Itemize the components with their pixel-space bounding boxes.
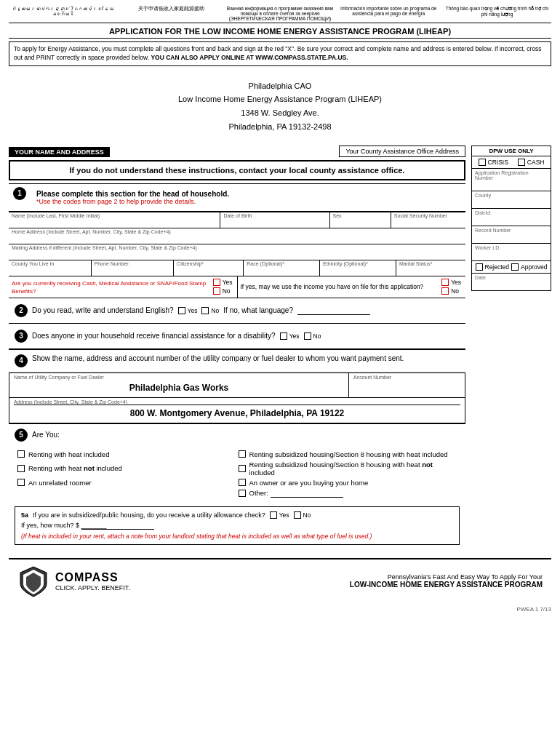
s2-yes-text: Yes [188,307,198,314]
field-race: Race (Optional)* [244,260,320,276]
s5a-yes-label[interactable]: Yes [270,511,289,519]
section5a-question: If you are in subsidized/public housing,… [33,511,265,519]
field-sex: Sex [330,212,391,228]
s5-option-4: Renting subsidized housing/Section 8 hou… [239,461,457,477]
income-no-text: No [451,287,459,295]
form-grid: Name (Include Last, First Middle Initial… [9,212,465,298]
field-phone: Phone Number: [92,260,175,276]
lang-spanish: Información importante sobre un programa… [335,6,443,21]
s5-cb-5[interactable] [17,479,25,486]
cash-no-checkbox[interactable] [213,287,220,295]
cash-yes-label[interactable]: Yes [213,279,233,286]
utility-address-value: 800 W. Montgomery Avenue, Philadelphia, … [14,405,460,421]
s5-opt4-text: Renting subsidized housing/Section 8 hou… [249,461,457,477]
s2-yes-checkbox[interactable] [178,307,185,314]
dpw-crisis-label[interactable]: CRISIS [479,159,508,166]
dpw-approved-label[interactable]: Approved [511,263,547,271]
s5a-no-text: No [303,511,311,519]
agency-name: Philadelphia CAO [9,79,551,93]
income-question: If yes, may we use the income you have o… [241,283,438,290]
s5-option-6: An owner or are you buying your home [239,479,457,487]
field-name: Name (Include Last, First Middle Initial… [9,212,220,228]
instruction-banner: If you do not understand these instructi… [9,160,465,180]
section5a-label: 5a [21,511,28,519]
s3-no-checkbox[interactable] [304,332,311,340]
s5-cb-6[interactable] [239,479,246,486]
dpw-cash-checkbox[interactable] [518,159,525,166]
section5a-amount-field[interactable]: _______ [81,522,154,530]
s5-opt1-text: Renting with heat included [28,450,109,458]
lang-khmer: ជំនួយសម្រាប់ការទូទាត់វិក្កយប័ត្រ ថ្លៃអគ្… [9,6,117,21]
income-yes-text: Yes [451,279,461,286]
s3-yes-checkbox[interactable] [280,332,287,340]
section5a-note: (If heat is included in your rent, attac… [21,533,453,540]
section5a-box: 5a If you are in subsidized/public housi… [15,506,460,545]
s5a-yes-text: Yes [279,511,289,519]
dpw-date: Date [472,274,551,290]
dpw-app-reg: Application Registration Number [472,169,551,191]
s5a-no-label[interactable]: No [294,511,311,519]
section4-number: 4 [15,354,28,367]
s2-language-field[interactable] [297,306,370,315]
s5-option-3: Renting with heat not included [17,461,236,477]
section2-row: 2 Do you read, write and understand Engl… [9,298,465,324]
form-row-cash: Are you currently receiving Cash, Medica… [9,276,465,298]
utility-address-cell: Address (Include Street, City, State & Z… [9,397,465,423]
cash-benefits-cell: Are you currently receiving Cash, Medica… [9,276,238,298]
s5-cb-other[interactable] [239,490,246,497]
dpw-worker: Worker I.D. [472,244,551,261]
form-row-mailing-address: Mailing Address if different (Include St… [9,244,465,260]
dpw-approved-checkbox[interactable] [511,263,519,271]
dpw-crisis-checkbox[interactable] [479,159,486,166]
s5-cb-2[interactable] [239,450,246,458]
s2-no-checkbox[interactable] [201,307,209,314]
income-no-label[interactable]: No [441,287,461,295]
field-citizenship: Citizenship* [174,260,244,276]
s2-yes-label[interactable]: Yes [178,307,198,314]
section1-title: Please complete this section for the hea… [36,190,229,198]
section4-label: Show the name, address and account numbe… [32,354,404,362]
s2-no-label[interactable]: No [201,307,219,314]
s5-cb-4[interactable] [239,465,246,472]
income-question-cell: If yes, may we use the income you have o… [238,276,466,298]
dpw-rejected-text: Rejected [485,263,510,271]
s5-opt5-text: An unrelated roomer [28,479,92,487]
income-yes-checkbox[interactable] [441,279,449,286]
s5-opt6-text: An owner or are you buying your home [249,479,369,487]
s5a-yes-checkbox[interactable] [270,511,277,519]
section5a-follow: If yes, how much? $ [21,522,79,529]
dpw-record: Record Number [472,226,551,244]
s5a-no-checkbox[interactable] [294,511,301,519]
section4-row: 4 Show the name, address and account num… [9,349,465,372]
footer-line1: Pennsylvania's Fast And Easy Way To Appl… [350,573,543,581]
cash-no-label[interactable]: No [213,287,233,295]
s2-no-text: No [211,307,219,314]
section1-number: 1 [13,187,26,200]
cash-yes-checkbox[interactable] [213,279,220,286]
s3-yes-label[interactable]: Yes [280,332,300,340]
dpw-cash-label[interactable]: CASH [518,159,545,166]
s5-option-2: Renting subsidized housing/Section 8 hou… [239,450,457,458]
form-row-home-address: Home Address (Include Street, Apt. Numbe… [9,228,465,244]
cash-yes-text: Yes [223,279,233,286]
s5-cb-3[interactable] [17,465,25,472]
income-no-checkbox[interactable] [441,287,449,295]
dpw-crisis-cash-row: CRISIS CASH [472,156,551,169]
section3-row: 3 Does anyone in your household receive … [9,324,465,349]
s5-option-other: Other: [239,489,457,498]
utility-name-value: Philadelphia Gas Works [14,380,344,396]
dpw-rejected-checkbox[interactable] [476,263,483,271]
dpw-crisis-text: CRISIS [488,159,508,166]
field-marital: Marital Status* [396,260,465,276]
section3-number: 3 [15,330,28,343]
s3-no-label[interactable]: No [304,332,321,340]
section2-question: Do you read, write and understand Englis… [32,306,174,314]
field-home-address: Home Address (Include Street, Apt. Numbe… [9,228,465,244]
income-yes-label[interactable]: Yes [441,279,461,286]
section3-question: Does anyone in your household receive fi… [32,332,276,340]
account-number-cell: Account Number [349,372,465,397]
s5-opt-other-text: Other: [249,489,343,498]
dpw-rejected-label[interactable]: Rejected [476,263,510,271]
section1-text: Please complete this section for the hea… [31,187,235,208]
s5-cb-1[interactable] [17,450,25,458]
